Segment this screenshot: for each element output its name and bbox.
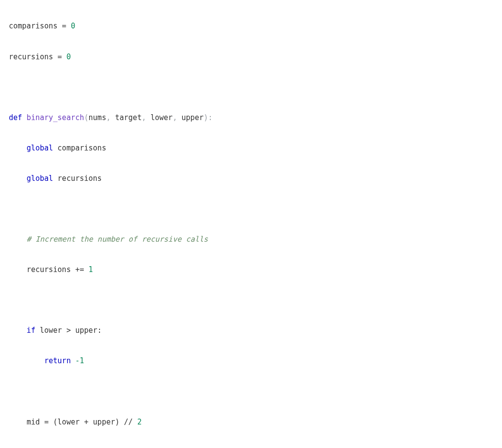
identifier: recursions	[53, 174, 101, 183]
code-line[interactable]	[9, 82, 502, 93]
number-literal: 0	[66, 52, 71, 61]
number-literal: 1	[89, 265, 93, 274]
number-literal: -1	[75, 356, 84, 365]
code-editor[interactable]: comparisons = 0 recursions = 0 def binar…	[0, 0, 502, 448]
keyword: def	[9, 113, 22, 122]
operator: =	[53, 52, 66, 61]
code-line[interactable]	[9, 387, 502, 397]
param: lower	[151, 113, 173, 122]
code-line[interactable]	[9, 204, 502, 214]
function-name: binary_search	[26, 113, 84, 122]
code-line[interactable]	[9, 295, 502, 305]
code-line[interactable]: recursions += 1	[9, 265, 502, 275]
param: upper	[181, 113, 203, 122]
number-literal: 0	[71, 22, 75, 30]
identifier: comparisons	[9, 22, 57, 30]
statement: recursions +=	[26, 265, 88, 274]
code-line[interactable]: def binary_search(nums, target, lower, u…	[9, 113, 502, 123]
keyword: return	[44, 356, 71, 365]
operator: =	[57, 22, 71, 30]
code-line[interactable]: # Increment the number of recursive call…	[9, 234, 502, 245]
code-line[interactable]: if lower > upper:	[9, 325, 502, 336]
identifier: comparisons	[53, 144, 106, 152]
condition: lower > upper:	[35, 326, 101, 335]
code-line[interactable]: comparisons = 0	[9, 21, 502, 31]
code-line[interactable]: return -1	[9, 356, 502, 366]
code-line[interactable]: global recursions	[9, 174, 502, 184]
number-literal: 2	[137, 418, 142, 426]
keyword: global	[26, 144, 53, 152]
statement: mid = (lower + upper) //	[26, 418, 137, 426]
code-line[interactable]: recursions = 0	[9, 52, 502, 62]
param: nums	[89, 113, 106, 122]
comment: # Increment the number of recursive call…	[26, 235, 208, 244]
code-line[interactable]: mid = (lower + upper) // 2	[9, 417, 502, 427]
identifier: recursions	[9, 52, 53, 61]
code-line[interactable]: global comparisons	[9, 143, 502, 153]
keyword: if	[26, 326, 35, 335]
param: target	[115, 113, 142, 122]
code-area[interactable]: comparisons = 0 recursions = 0 def binar…	[6, 0, 502, 448]
paren: (	[84, 113, 89, 122]
line-number-gutter	[0, 0, 6, 448]
keyword: global	[26, 174, 53, 183]
